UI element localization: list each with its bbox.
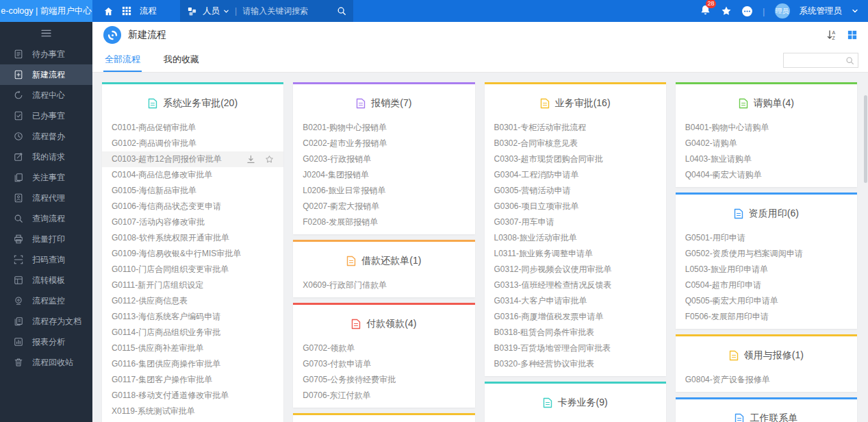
process-item[interactable]: G0108-软件系统权限开通审批单 — [102, 230, 283, 246]
process-item[interactable]: F0506-发展部用印申请 — [676, 309, 857, 325]
process-item[interactable]: Q0404-衢宏大请购单 — [676, 167, 857, 183]
sidebar-item[interactable]: 报表分析 — [0, 332, 92, 352]
process-item[interactable]: G0105-海信新品审批单 — [102, 183, 283, 199]
process-item[interactable]: G0502-资质使用与档案调阅申请 — [676, 246, 857, 262]
list-search-input[interactable] — [784, 55, 845, 65]
process-item[interactable]: G0110-门店合同组织变更审批单 — [102, 262, 283, 277]
process-item[interactable]: L0206-旅业日常报销单 — [293, 183, 474, 199]
process-item[interactable]: G0314-大客户申请审批单 — [485, 293, 666, 309]
sidebar-collapse-button[interactable] — [0, 22, 92, 44]
process-item[interactable]: C0101-商品促销审批单 — [102, 120, 283, 136]
sidebar-item[interactable]: 流程监控 — [0, 290, 92, 311]
process-item[interactable]: X0119-系统测试审批单 — [102, 404, 283, 419]
sidebar-item[interactable]: 流程督办 — [0, 126, 92, 147]
nav-workflow-label[interactable]: 流程 — [140, 5, 157, 17]
search-icon[interactable] — [845, 56, 858, 65]
org-icon[interactable] — [187, 6, 197, 16]
global-search-input[interactable] — [242, 6, 331, 16]
scrollbar[interactable] — [864, 73, 867, 422]
process-item[interactable]: G0112-供应商信息表 — [102, 293, 283, 309]
sidebar-item[interactable]: 查询流程 — [0, 208, 92, 229]
search-scope-select[interactable]: 人员 — [203, 5, 229, 17]
process-item[interactable]: Q0207-衢宏大报销单 — [293, 199, 474, 214]
process-item[interactable]: L0403-旅业请购单 — [676, 151, 857, 167]
process-item[interactable]: G0306-项目立项审批单 — [485, 199, 666, 214]
app-logo[interactable]: e-cology | 前端用户中心 — [0, 0, 92, 22]
download-icon[interactable] — [246, 155, 255, 164]
sidebar-item[interactable]: 流程回收站 — [0, 352, 92, 373]
avatar[interactable]: 理员 — [775, 3, 790, 18]
process-item[interactable]: G0307-用车申请 — [485, 214, 666, 230]
sidebar-item[interactable]: 关注事宜 — [0, 167, 92, 188]
grid-view-icon[interactable] — [847, 30, 857, 40]
process-item[interactable]: G0107-活动内容修改审批 — [102, 214, 283, 230]
sidebar-item[interactable]: 流转模板 — [0, 270, 92, 290]
process-item[interactable]: G0106-海信商品状态变更申请 — [102, 199, 283, 214]
process-item[interactable]: B0318-租赁合同条件审批表 — [485, 325, 666, 340]
username[interactable]: 系统管理员 — [800, 5, 843, 17]
process-item[interactable]: B0401-购物中心请购单 — [676, 120, 857, 136]
process-item[interactable]: G0111-新开门店组织设定 — [102, 277, 283, 293]
apps-grid-icon[interactable] — [122, 6, 131, 16]
ellipsis-icon[interactable] — [741, 5, 753, 17]
sidebar-item[interactable]: 我的请求 — [0, 147, 92, 167]
process-item[interactable]: G0113-海信系统客户编码申请 — [102, 309, 283, 325]
process-item[interactable]: G0703-付款申请单 — [293, 356, 474, 372]
sidebar-item[interactable]: 扫码查询 — [0, 249, 92, 270]
process-item[interactable]: G0109-海信易收银&中行MIS审批单 — [102, 246, 283, 262]
process-item[interactable]: B0320-多种经营协议审批表 — [485, 356, 666, 372]
process-item[interactable]: D0706-东江付款单 — [293, 388, 474, 404]
process-item[interactable]: L0503-旅业用印申请单 — [676, 262, 857, 277]
process-item[interactable]: C0115-供应商补差审批单 — [102, 340, 283, 356]
process-item-label: G0804-资产设备报修单 — [685, 372, 770, 388]
sidebar-item[interactable]: 流程代理 — [0, 188, 92, 208]
star-icon[interactable] — [721, 5, 732, 16]
search-icon[interactable] — [337, 6, 346, 16]
process-item[interactable]: F0208-发展部报销单 — [293, 214, 474, 230]
process-item[interactable]: G0114-门店商品组织业务审批 — [102, 325, 283, 340]
process-item[interactable]: B0319-百货场地管理合同审批表 — [485, 340, 666, 356]
process-item[interactable]: L0311-旅业账务调整申请单 — [485, 246, 666, 262]
tab-my-favorites[interactable]: 我的收藏 — [162, 48, 201, 72]
process-item[interactable]: G0705-公务接待经费审批 — [293, 372, 474, 388]
process-item[interactable]: G0117-集团客户操作审批单 — [102, 372, 283, 388]
star-outline-icon[interactable] — [265, 155, 274, 164]
sidebar-item[interactable]: 已办事宜 — [0, 106, 92, 126]
process-item[interactable]: G0316-商厦增值税发票申请单 — [485, 309, 666, 325]
sidebar-item[interactable]: 批量打印 — [0, 229, 92, 249]
process-item[interactable]: L0308-旅业活动审批单 — [485, 230, 666, 246]
process-item[interactable]: G0118-移动支付通道修改审批单 — [102, 388, 283, 404]
process-item[interactable]: X0609-行政部门借款单 — [293, 277, 474, 293]
process-item[interactable]: C0504-超市用印申请 — [676, 277, 857, 293]
process-item[interactable]: G0305-营销活动申请 — [485, 183, 666, 199]
notifications-button[interactable]: 28 — [700, 4, 711, 18]
process-item[interactable]: B0302-合同审核意见表 — [485, 136, 666, 151]
sidebar-item[interactable]: 流程中心 — [0, 85, 92, 106]
process-item[interactable]: B0201-购物中心报销单 — [293, 120, 474, 136]
process-item[interactable]: G0402-请购单 — [676, 136, 857, 151]
process-item[interactable]: G0116-集团供应商操作审批单 — [102, 356, 283, 372]
process-item[interactable]: G0313-值班经理检查情况反馈表 — [485, 277, 666, 293]
process-item[interactable]: G0804-资产设备报修单 — [676, 372, 857, 388]
process-item[interactable]: G0203-行政报销单 — [293, 151, 474, 167]
home-icon[interactable] — [103, 6, 114, 16]
sort-az-icon[interactable]: AZ — [826, 29, 838, 40]
process-item[interactable]: J0204-集团报销单 — [293, 167, 474, 183]
process-item[interactable]: G0312-同步视频会议使用审批单 — [485, 262, 666, 277]
process-item[interactable]: G0702-领款单 — [293, 340, 474, 356]
process-item[interactable]: G0304-工程消防申请单 — [485, 167, 666, 183]
chevron-down-icon[interactable] — [852, 8, 858, 14]
process-item[interactable]: Q0505-衢宏大用印申请单 — [676, 293, 857, 309]
process-item[interactable]: G0102-商品调价审批单 — [102, 136, 283, 151]
process-item[interactable]: C0104-商品信息修改审批单 — [102, 167, 283, 183]
process-item[interactable]: C0202-超市业务报销单 — [293, 136, 474, 151]
sidebar-item[interactable]: 新建流程 — [0, 64, 92, 85]
process-item[interactable]: B0301-专柜活动审批流程 — [485, 120, 666, 136]
sidebar-item[interactable]: 流程存为文档 — [0, 311, 92, 332]
process-item[interactable]: C0303-超市现货团购合同审批 — [485, 151, 666, 167]
scrollbar-thumb[interactable] — [864, 95, 867, 183]
sidebar-item[interactable]: 待办事宜 — [0, 44, 92, 64]
tab-all-processes[interactable]: 全部流程 — [103, 48, 142, 72]
process-item[interactable]: C0103-超市12合同报价审批单 — [102, 151, 283, 167]
process-item[interactable]: G0501-用印申请 — [676, 230, 857, 246]
